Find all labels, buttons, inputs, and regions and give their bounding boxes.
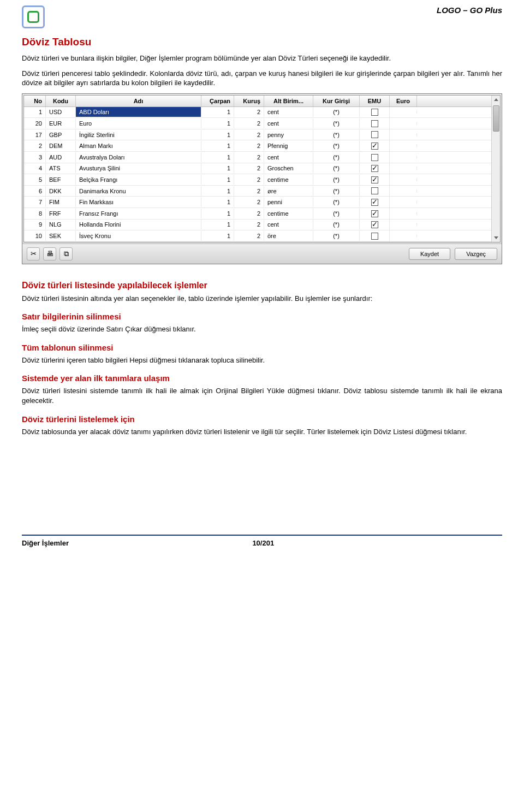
remove-row-icon[interactable]: ✂ xyxy=(27,247,40,260)
cell-kurgirisi[interactable]: (*) xyxy=(313,209,360,218)
cell-kurus[interactable]: 2 xyxy=(234,220,264,229)
table-row[interactable]: 8FRFFransız Frangı12centime(*) xyxy=(24,208,500,220)
cell-altbirim[interactable]: Groschen xyxy=(264,163,313,173)
cell-emu[interactable] xyxy=(360,129,390,140)
cell-altbirim[interactable]: cent xyxy=(264,118,313,128)
cell-emu[interactable] xyxy=(360,208,390,219)
cell-euro[interactable] xyxy=(390,133,417,137)
cell-altbirim[interactable]: centime xyxy=(264,209,313,218)
cell-carpan[interactable]: 1 xyxy=(201,118,234,128)
cell-no[interactable]: 10 xyxy=(24,231,46,241)
cell-euro[interactable] xyxy=(390,167,417,170)
cell-adi[interactable]: Avusturya Şilini xyxy=(76,163,201,173)
cell-kurgirisi[interactable]: (*) xyxy=(313,118,360,128)
cell-no[interactable]: 3 xyxy=(24,152,46,162)
cell-kodu[interactable]: DKK xyxy=(46,186,76,196)
cell-kurus[interactable]: 2 xyxy=(234,231,264,241)
cell-euro[interactable] xyxy=(390,189,417,193)
cell-kurgirisi[interactable]: (*) xyxy=(313,186,360,196)
cell-emu[interactable] xyxy=(360,186,390,197)
print-icon[interactable]: 🖶 xyxy=(43,247,56,260)
cell-adi[interactable]: Alman Markı xyxy=(76,141,201,151)
cell-euro[interactable] xyxy=(390,144,417,147)
cell-adi[interactable]: Hollanda Florini xyxy=(76,220,201,229)
cell-euro[interactable] xyxy=(390,212,417,215)
cell-adi[interactable]: Danimarka Kronu xyxy=(76,186,201,196)
cell-kodu[interactable]: FIM xyxy=(46,197,76,207)
cell-kodu[interactable]: GBP xyxy=(46,130,76,140)
emu-checkbox[interactable] xyxy=(371,154,378,161)
cell-carpan[interactable]: 1 xyxy=(201,141,234,151)
col-header-kurgirisi[interactable]: Kur Girişi xyxy=(313,96,360,106)
cell-kodu[interactable]: EUR xyxy=(46,118,76,128)
cell-adi[interactable]: Avustralya Doları xyxy=(76,152,201,162)
copy-icon[interactable]: ⧉ xyxy=(59,247,73,260)
cell-kodu[interactable]: AUD xyxy=(46,152,76,162)
cell-kurus[interactable]: 2 xyxy=(234,186,264,196)
cell-carpan[interactable]: 1 xyxy=(201,175,234,185)
cell-carpan[interactable]: 1 xyxy=(201,186,234,196)
emu-checkbox[interactable] xyxy=(371,120,378,127)
cell-emu[interactable] xyxy=(360,197,390,208)
cell-kurus[interactable]: 2 xyxy=(234,175,264,185)
cell-kurus[interactable]: 2 xyxy=(234,163,264,173)
cell-adi[interactable]: Fransız Frangı xyxy=(76,209,201,218)
cell-kodu[interactable]: BEF xyxy=(46,175,76,185)
emu-checkbox[interactable] xyxy=(371,176,378,183)
table-row[interactable]: 3AUDAvustralya Doları12cent(*) xyxy=(24,152,500,163)
cell-carpan[interactable]: 1 xyxy=(201,197,234,207)
cell-no[interactable]: 6 xyxy=(24,186,46,196)
col-header-kurus[interactable]: Kuruş xyxy=(234,96,264,106)
cell-kurgirisi[interactable]: (*) xyxy=(313,141,360,151)
cell-kodu[interactable]: ATS xyxy=(46,163,76,173)
cell-altbirim[interactable]: penni xyxy=(264,197,313,207)
save-button[interactable]: Kaydet xyxy=(409,248,450,260)
cell-altbirim[interactable]: penny xyxy=(264,130,313,140)
cell-kurus[interactable]: 2 xyxy=(234,209,264,218)
cell-adi[interactable]: ABD Doları xyxy=(76,107,201,117)
cell-no[interactable]: 20 xyxy=(24,118,46,128)
cell-kurus[interactable]: 2 xyxy=(234,107,264,117)
col-header-euro[interactable]: Euro xyxy=(390,96,417,106)
cell-emu[interactable] xyxy=(360,152,390,163)
cell-kurus[interactable]: 2 xyxy=(234,152,264,162)
table-row[interactable]: 6DKKDanimarka Kronu12øre(*) xyxy=(24,186,500,197)
emu-checkbox[interactable] xyxy=(371,199,378,206)
table-row[interactable]: 7FIMFin Markkası12penni(*) xyxy=(24,197,500,208)
cell-euro[interactable] xyxy=(390,178,417,181)
cell-carpan[interactable]: 1 xyxy=(201,107,234,117)
cell-carpan[interactable]: 1 xyxy=(201,231,234,241)
cell-altbirim[interactable]: öre xyxy=(264,231,313,241)
cell-kurus[interactable]: 2 xyxy=(234,130,264,140)
cell-no[interactable]: 9 xyxy=(24,220,46,229)
table-row[interactable]: 1USDABD Doları12cent(*) xyxy=(24,107,500,118)
cell-euro[interactable] xyxy=(390,200,417,204)
cell-kodu[interactable]: SEK xyxy=(46,231,76,241)
cell-emu[interactable] xyxy=(360,163,390,174)
cell-euro[interactable] xyxy=(390,156,417,159)
cell-altbirim[interactable]: cent xyxy=(264,107,313,117)
cell-kodu[interactable]: DEM xyxy=(46,141,76,151)
col-header-no[interactable]: No xyxy=(24,96,46,106)
emu-checkbox[interactable] xyxy=(371,165,378,172)
cell-kurus[interactable]: 2 xyxy=(234,141,264,151)
cell-altbirim[interactable]: centime xyxy=(264,175,313,185)
cell-kurgirisi[interactable]: (*) xyxy=(313,152,360,162)
cell-kodu[interactable]: USD xyxy=(46,107,76,117)
table-row[interactable]: 5BEFBelçika Frangı12centime(*) xyxy=(24,174,500,186)
cell-adi[interactable]: İsveç Kronu xyxy=(76,231,201,241)
cell-emu[interactable] xyxy=(360,220,390,230)
cell-no[interactable]: 17 xyxy=(24,130,46,140)
cell-euro[interactable] xyxy=(390,223,417,226)
cell-altbirim[interactable]: øre xyxy=(264,186,313,196)
cell-emu[interactable] xyxy=(360,107,390,118)
cell-euro[interactable] xyxy=(390,110,417,114)
emu-checkbox[interactable] xyxy=(371,233,378,240)
table-row[interactable]: 2DEMAlman Markı12Pfennig(*) xyxy=(24,140,500,152)
table-row[interactable]: 4ATSAvusturya Şilini12Groschen(*) xyxy=(24,163,500,175)
cell-no[interactable]: 5 xyxy=(24,175,46,185)
cell-no[interactable]: 4 xyxy=(24,163,46,173)
scrollbar-thumb[interactable] xyxy=(493,105,499,132)
cell-euro[interactable] xyxy=(390,122,417,125)
cell-emu[interactable] xyxy=(360,230,390,241)
